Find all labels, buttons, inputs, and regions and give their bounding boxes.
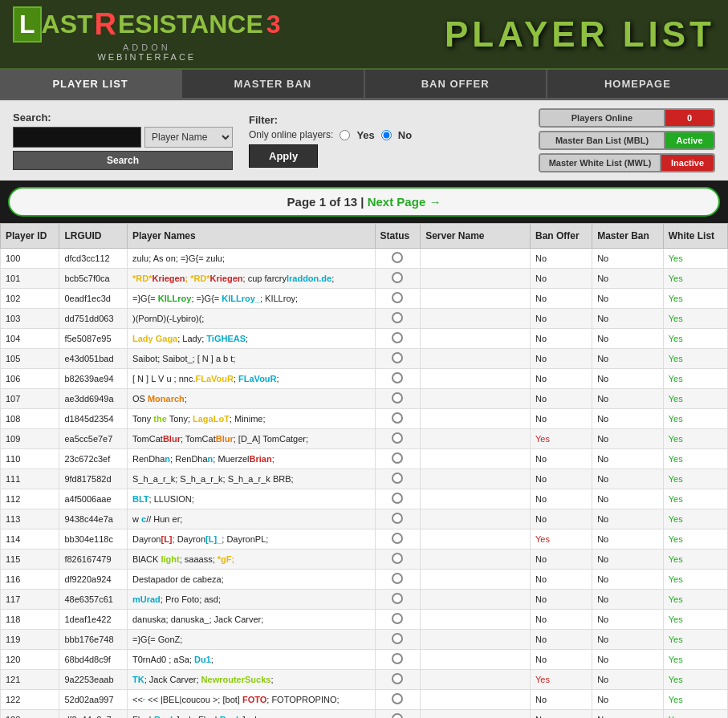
cell-white-list: Yes [663, 289, 727, 309]
cell-player-id: 117 [1, 590, 59, 610]
cell-player-names: mUrad; Pro Foto; asd; [128, 590, 376, 610]
cell-status [375, 269, 421, 289]
table-row[interactable]: 108d1845d2354Tony the Tony; LagaLoT; Min… [1, 409, 728, 429]
cell-server-name [421, 509, 531, 529]
cell-status [375, 630, 421, 650]
cell-server-name [421, 710, 531, 719]
cell-master-ban: No [592, 550, 664, 570]
cell-ban-offer: Yes [530, 429, 592, 449]
table-row[interactable]: 115f826167479BlACK light; saaass; *gF;No… [1, 550, 728, 570]
search-input[interactable] [13, 127, 141, 148]
table-row[interactable]: 106b82639ae94[ N ] L V u ; nnc.FLaVouR; … [1, 369, 728, 389]
search-button[interactable]: Search [13, 151, 233, 170]
table-row[interactable]: 12068bd4d8c9fT0rnAd0 ; aSa; Du1;NoNoYes [1, 650, 728, 670]
cell-white-list: Yes [663, 469, 727, 489]
cell-ban-offer: No [530, 349, 592, 369]
col-lrguid: LRGUID [59, 224, 128, 249]
table-row[interactable]: 12252d02aa997<<· << |BEL|coucou >; [bot]… [1, 690, 728, 710]
cell-status [375, 309, 421, 329]
table-row[interactable]: 103dd751dd063)(PornD)(-Lybiro)(;NoNoYes [1, 309, 728, 329]
cell-player-id: 122 [1, 690, 59, 710]
cell-white-list: Yes [663, 610, 727, 630]
status-circle-icon [392, 633, 403, 644]
nav-master-ban[interactable]: MASTER BAN [182, 70, 364, 98]
cell-player-id: 109 [1, 429, 59, 449]
cell-status [375, 329, 421, 349]
cell-white-list: Yes [663, 249, 727, 269]
cell-status [375, 509, 421, 529]
cell-player-id: 110 [1, 449, 59, 469]
players-online-row: Players Online 0 [539, 108, 715, 128]
cell-white-list: Yes [663, 529, 727, 550]
mwl-value: Inactive [661, 155, 714, 171]
search-type-select[interactable]: Player Name LRGUID Player ID [144, 127, 233, 148]
table-row[interactable]: 123df2e44a2e7FlashBackJack; FlashBackJac… [1, 710, 728, 719]
cell-master-ban: No [592, 329, 664, 349]
table-row[interactable]: 104f5e5087e95Lady Gaga; Lady; TiGHEAS;No… [1, 329, 728, 349]
table-row[interactable]: 1139438c44e7aw c// Hun er;NoNoYes [1, 509, 728, 529]
online-no-radio[interactable] [381, 130, 392, 140]
table-row[interactable]: 1219a2253eaabTK; Jack Carver; NewrouterS… [1, 670, 728, 690]
cell-lrguid: bcb5c7f0ca [59, 269, 128, 289]
table-row[interactable]: 1020eadf1ec3d=}G{= KILLroy; =}G{= KILLro… [1, 289, 728, 309]
cell-master-ban: No [592, 469, 664, 489]
search-label: Search: [13, 112, 233, 124]
online-yes-radio[interactable] [340, 130, 350, 140]
cell-master-ban: No [592, 590, 664, 610]
cell-white-list: Yes [663, 630, 727, 650]
status-circle-icon [392, 493, 403, 504]
nav-player-list[interactable]: PLAYER LIST [0, 70, 182, 98]
status-circle-icon [392, 553, 403, 564]
nav-homepage[interactable]: HOMEPAGE [547, 70, 728, 98]
cell-server-name [421, 329, 531, 349]
cell-master-ban: No [592, 409, 664, 429]
table-row[interactable]: 107ae3dd6949aOS Monarch;NoNoYes [1, 389, 728, 409]
cell-player-id: 121 [1, 670, 59, 690]
cell-master-ban: No [592, 309, 664, 329]
table-row[interactable]: 114bb304e118cDayron[L]; Dayron[L]_; Dayr… [1, 529, 728, 550]
cell-player-id: 106 [1, 369, 59, 389]
nav-ban-offer[interactable]: BAN OFFER [365, 70, 547, 98]
table-row[interactable]: 1181deaf1e422danuska; danuska_; Jack Car… [1, 610, 728, 630]
cell-server-name [421, 690, 531, 710]
cell-ban-offer: Yes [530, 529, 592, 550]
status-circle-icon [392, 593, 403, 604]
cell-lrguid: a4f5006aae [59, 489, 128, 509]
table-row[interactable]: 11748e6357c61mUrad; Pro Foto; asd;NoNoYe… [1, 590, 728, 610]
cell-lrguid: bb304e118c [59, 529, 128, 550]
status-circle-icon [392, 473, 403, 484]
cell-ban-offer: Yes [530, 670, 592, 690]
cell-master-ban: No [592, 630, 664, 650]
apply-button[interactable]: Apply [249, 144, 318, 168]
table-row[interactable]: 112a4f5006aaeBLT; LLUSION;NoNoYes [1, 489, 728, 509]
cell-white-list: Yes [663, 670, 727, 690]
cell-status [375, 570, 421, 590]
table-header: Player ID LRGUID Player Names Status Ser… [1, 224, 728, 249]
next-page-link[interactable]: Next Page → [368, 195, 441, 209]
cell-white-list: Yes [663, 489, 727, 509]
cell-status [375, 710, 421, 719]
table-row[interactable]: 116df9220a924Destapador de cabeza;NoNoYe… [1, 570, 728, 590]
filter-label: Filter: [249, 114, 278, 126]
cell-white-list: Yes [663, 650, 727, 670]
cell-master-ban: No [592, 489, 664, 509]
cell-ban-offer: No [530, 389, 592, 409]
table-row[interactable]: 101bcb5c7f0ca*RD*Kriegen; *RD*Kriegen; c… [1, 269, 728, 289]
table-row[interactable]: 100dfcd3cc112zulu; As on; =}G{= zulu;NoN… [1, 249, 728, 269]
table-row[interactable]: 109ea5cc5e7e7TomCatBlur; TomCatBlur; [D_… [1, 429, 728, 449]
table-row[interactable]: 105e43d051badSaibot; Saibot_; [ N ] a b … [1, 349, 728, 369]
col-player-id: Player ID [1, 224, 59, 249]
cell-ban-offer: No [530, 289, 592, 309]
col-status: Status [375, 224, 421, 249]
cell-white-list: Yes [663, 710, 727, 719]
cell-ban-offer: No [530, 329, 592, 349]
cell-server-name [421, 469, 531, 489]
cell-player-id: 114 [1, 529, 59, 550]
table-row[interactable]: 11023c672c3efRenDhan; RenDhan; MuerzelBr… [1, 449, 728, 469]
cell-status [375, 429, 421, 449]
table-row[interactable]: 1119fd817582dS_h_a_r_k; S_h_a_r_k; S_h_a… [1, 469, 728, 489]
cell-master-ban: No [592, 369, 664, 389]
table-row[interactable]: 119bbb176e748=}G{= GonZ;NoNoYes [1, 630, 728, 650]
cell-server-name [421, 570, 531, 590]
cell-ban-offer: No [530, 509, 592, 529]
